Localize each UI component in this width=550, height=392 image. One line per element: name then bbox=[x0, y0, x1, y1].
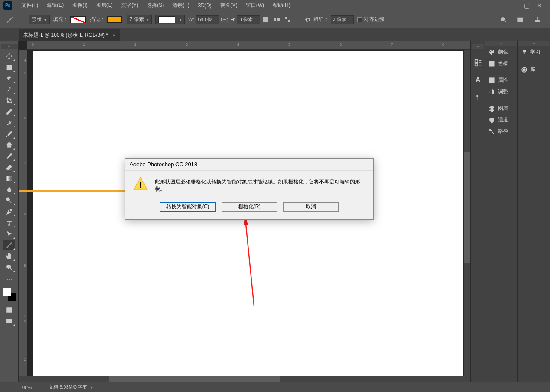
edit-toolbar-button[interactable]: ⋯ bbox=[3, 274, 15, 285]
color-panel-tab[interactable]: 颜色 bbox=[485, 46, 517, 58]
weight-input[interactable] bbox=[331, 15, 354, 24]
panel-label: 通道 bbox=[498, 116, 508, 124]
toolbox-collapse-icon[interactable]: « bbox=[1, 44, 18, 49]
collapse-handle-icon[interactable]: « bbox=[472, 44, 484, 49]
move-tool[interactable] bbox=[3, 51, 15, 61]
path-arrange-button[interactable] bbox=[272, 15, 281, 24]
screen-mode-button[interactable] bbox=[3, 316, 15, 326]
channels-panel-tab[interactable]: 通道 bbox=[485, 114, 517, 126]
foreground-color-swatch[interactable] bbox=[3, 288, 11, 296]
menu-filter[interactable]: 滤镜(T) bbox=[168, 2, 193, 9]
quick-mask-button[interactable] bbox=[3, 305, 15, 315]
swatches-panel-tab[interactable]: 色板 bbox=[485, 58, 517, 69]
scrollbar-thumb[interactable] bbox=[464, 152, 470, 263]
menu-select[interactable]: 选择(S) bbox=[142, 2, 168, 9]
type-tool[interactable] bbox=[3, 218, 15, 228]
svg-line-0 bbox=[7, 17, 13, 23]
crop-tool[interactable] bbox=[3, 95, 15, 106]
fill-swatch[interactable] bbox=[70, 16, 86, 23]
paths-panel-tab[interactable]: 路径 bbox=[485, 126, 517, 137]
cancel-button[interactable]: 取消 bbox=[283, 202, 339, 212]
libraries-panel-tab[interactable]: 库 bbox=[518, 64, 550, 75]
menu-view[interactable]: 视图(V) bbox=[216, 2, 242, 9]
vertical-scrollbar[interactable] bbox=[464, 50, 470, 382]
link-wh-icon[interactable] bbox=[220, 15, 229, 24]
document-info[interactable]: 文档:5.93M/0 字节 bbox=[49, 384, 87, 390]
history-brush-tool[interactable] bbox=[3, 151, 15, 161]
current-tool-icon[interactable] bbox=[4, 14, 15, 25]
collapse-handle-icon[interactable]: » bbox=[518, 41, 550, 46]
zoom-level[interactable]: 100% bbox=[20, 385, 32, 390]
chevron-right-icon[interactable]: ▸ bbox=[91, 385, 93, 389]
collapse-handle-icon[interactable]: » bbox=[485, 41, 517, 46]
docframe-icon[interactable] bbox=[516, 15, 525, 24]
menu-help[interactable]: 帮助(H) bbox=[269, 2, 295, 9]
height-input[interactable] bbox=[237, 15, 260, 24]
canvas-viewport[interactable]: Adobe Photoshop CC 2018 ! 此形状图层必须栅格化或转换为… bbox=[27, 50, 470, 382]
window-close-button[interactable]: ✕ bbox=[536, 3, 542, 9]
ruler-tick: 4 bbox=[24, 58, 26, 62]
canvas-area: 0 1 2 3 4 5 6 7 8 4 5 6 7 8 9 1 0 1 1 bbox=[19, 41, 470, 382]
line-tool[interactable] bbox=[3, 240, 15, 250]
path-options-button[interactable] bbox=[283, 15, 293, 24]
search-icon[interactable] bbox=[499, 15, 508, 24]
window-minimize-button[interactable]: ― bbox=[511, 3, 517, 9]
menu-file[interactable]: 文件(F) bbox=[17, 2, 42, 9]
align-edges-checkbox[interactable] bbox=[357, 17, 362, 22]
ruler-tick: 9 bbox=[24, 263, 26, 268]
learn-panel-tab[interactable]: 学习 bbox=[518, 46, 550, 58]
tab-close-icon[interactable]: × bbox=[112, 32, 116, 38]
history-panel-icon[interactable] bbox=[473, 58, 483, 68]
eraser-tool[interactable] bbox=[3, 162, 15, 172]
character-panel-icon[interactable]: A bbox=[473, 75, 483, 85]
magic-wand-tool[interactable] bbox=[3, 84, 15, 94]
pen-tool[interactable] bbox=[3, 206, 15, 217]
width-input[interactable] bbox=[196, 15, 219, 24]
dodge-tool[interactable] bbox=[3, 195, 15, 206]
menu-edit[interactable]: 编辑(E) bbox=[42, 2, 68, 9]
panel-label: 调整 bbox=[498, 88, 508, 95]
eyedropper-tool[interactable] bbox=[3, 106, 15, 117]
zoom-tool[interactable] bbox=[3, 262, 15, 272]
path-selection-tool[interactable] bbox=[3, 229, 15, 239]
healing-brush-tool[interactable] bbox=[3, 118, 15, 128]
layers-panel-tab[interactable]: 图层 bbox=[485, 103, 517, 114]
brush-tool[interactable] bbox=[3, 129, 15, 139]
menu-image[interactable]: 图像(I) bbox=[68, 2, 92, 9]
horizontal-ruler[interactable]: 0 1 2 3 4 5 6 7 8 bbox=[27, 41, 470, 50]
weight-label: 粗细： bbox=[313, 16, 329, 23]
menu-window[interactable]: 窗口(W) bbox=[242, 2, 269, 9]
stroke-width-dropdown[interactable]: 7 像素▾ bbox=[127, 15, 152, 24]
path-align-button[interactable] bbox=[261, 15, 270, 24]
status-bar: 100% 文档:5.93M/0 字节 ▸ bbox=[0, 382, 550, 392]
convert-to-smart-object-button[interactable]: 转换为智能对象(C) bbox=[160, 202, 216, 212]
gradient-tool[interactable] bbox=[3, 173, 15, 183]
paragraph-panel-icon[interactable]: ¶ bbox=[473, 92, 483, 102]
vertical-ruler[interactable]: 4 5 6 7 8 9 1 0 1 1 bbox=[19, 50, 27, 382]
stroke-style-dropdown[interactable]: ▾ bbox=[155, 15, 185, 24]
properties-panel-tab[interactable]: 属性 bbox=[485, 74, 517, 86]
adjustments-panel-tab[interactable]: 调整 bbox=[485, 86, 517, 97]
blur-tool[interactable] bbox=[3, 184, 15, 195]
gear-icon[interactable] bbox=[303, 15, 313, 24]
menu-layer[interactable]: 图层(L) bbox=[92, 2, 117, 9]
marquee-tool[interactable] bbox=[3, 62, 15, 72]
menu-3d[interactable]: 3D(D) bbox=[194, 3, 216, 9]
ruler-tick: 8 bbox=[24, 212, 26, 216]
ruler-tick: 1 bbox=[83, 42, 85, 47]
hand-tool[interactable] bbox=[3, 251, 15, 261]
clone-stamp-tool[interactable] bbox=[3, 140, 15, 150]
tool-mode-dropdown[interactable]: 形状▾ bbox=[29, 15, 50, 24]
svg-line-12 bbox=[7, 242, 12, 247]
horizontal-scrollbar[interactable] bbox=[19, 376, 470, 382]
window-maximize-button[interactable]: ▢ bbox=[523, 3, 529, 9]
rasterize-button[interactable]: 栅格化(R) bbox=[222, 202, 277, 212]
document-tab[interactable]: 未标题-1 @ 100% (形状 1, RGB/8#) * × bbox=[19, 29, 120, 41]
panel-label: 库 bbox=[530, 66, 535, 73]
foreground-background-color[interactable] bbox=[3, 288, 16, 301]
stroke-swatch[interactable] bbox=[107, 16, 122, 23]
lasso-tool[interactable] bbox=[3, 73, 15, 83]
scrollbar-thumb[interactable] bbox=[109, 376, 280, 382]
menu-type[interactable]: 文字(Y) bbox=[117, 2, 142, 9]
share-icon[interactable] bbox=[533, 15, 542, 24]
